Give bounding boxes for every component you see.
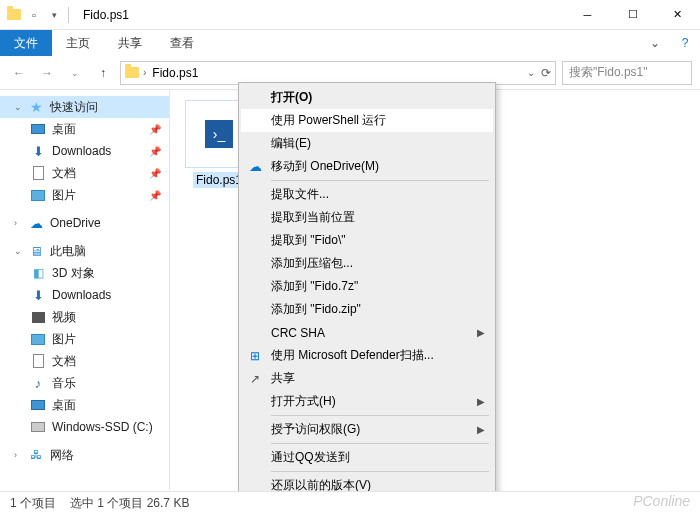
sidebar-3d-objects[interactable]: ◧3D 对象 [0,262,169,284]
separator [271,180,489,181]
cm-grant-access[interactable]: 授予访问权限(G)▶ [241,418,493,441]
sidebar-desktop[interactable]: 桌面📌 [0,118,169,140]
cm-extract-here[interactable]: 提取到当前位置 [241,206,493,229]
chevron-right-icon[interactable]: › [143,67,146,78]
cm-add-7z[interactable]: 添加到 "Fido.7z" [241,275,493,298]
pin-icon: 📌 [149,124,161,135]
refresh-icon[interactable]: ⟳ [541,66,551,80]
window-title: Fido.ps1 [83,8,129,22]
help-icon[interactable]: ? [670,30,700,56]
tab-share[interactable]: 共享 [104,30,156,56]
chevron-down-icon[interactable]: ⌄ [527,67,535,78]
search-input[interactable]: 搜索"Fido.ps1" [562,61,692,85]
sidebar-documents[interactable]: 文档📌 [0,162,169,184]
address-box[interactable]: › Fido.ps1 ⌄ ⟳ [120,61,556,85]
cm-move-onedrive[interactable]: ☁移动到 OneDrive(M) [241,155,493,178]
powershell-icon: ›_ [205,120,233,148]
titlebar: ▫ ▾ Fido.ps1 ─ ☐ ✕ [0,0,700,30]
pin-icon: 📌 [149,190,161,201]
chevron-right-icon: ▶ [477,424,485,435]
ribbon-expand-icon[interactable]: ⌄ [640,30,670,56]
cm-open[interactable]: 打开(O) [241,86,493,109]
picture-icon [30,187,46,203]
onedrive-icon: ☁ [28,215,44,231]
close-button[interactable]: ✕ [655,0,700,30]
context-menu: 打开(O) 使用 PowerShell 运行 编辑(E) ☁移动到 OneDri… [238,82,496,515]
desktop-icon [30,121,46,137]
network-icon: 🖧 [28,447,44,463]
sidebar-documents-pc[interactable]: 文档 [0,350,169,372]
folder-icon [6,7,22,23]
breadcrumb[interactable]: Fido.ps1 [150,66,200,80]
forward-button[interactable]: → [36,62,58,84]
cm-add-zip[interactable]: 添加到 "Fido.zip" [241,298,493,321]
star-icon: ★ [28,99,44,115]
picture-icon [30,331,46,347]
up-button[interactable]: ↑ [92,62,114,84]
drive-icon [30,419,46,435]
onedrive-icon: ☁ [247,159,263,175]
sidebar-drive-c[interactable]: Windows-SSD (C:) [0,416,169,438]
sidebar: ⌄★快速访问 桌面📌 ⬇Downloads📌 文档📌 图片📌 ›☁OneDriv… [0,90,170,490]
maximize-button[interactable]: ☐ [610,0,655,30]
cm-defender-scan[interactable]: ⊞使用 Microsoft Defender扫描... [241,344,493,367]
cm-run-powershell[interactable]: 使用 PowerShell 运行 [241,109,493,132]
minimize-button[interactable]: ─ [565,0,610,30]
shield-icon: ⊞ [247,348,263,364]
recent-dropdown[interactable]: ⌄ [64,62,86,84]
desktop-icon [30,397,46,413]
cm-open-with[interactable]: 打开方式(H)▶ [241,390,493,413]
tab-view[interactable]: 查看 [156,30,208,56]
status-item-count: 1 个项目 [10,495,56,512]
separator [271,415,489,416]
music-icon: ♪ [30,375,46,391]
pin-icon: 📌 [149,168,161,179]
pc-icon: 🖥 [28,243,44,259]
sidebar-videos[interactable]: 视频 [0,306,169,328]
sidebar-this-pc[interactable]: ⌄🖥此电脑 [0,240,169,262]
video-icon [30,309,46,325]
cm-crc-sha[interactable]: CRC SHA▶ [241,321,493,344]
back-button[interactable]: ← [8,62,30,84]
sidebar-pictures-pc[interactable]: 图片 [0,328,169,350]
separator [271,443,489,444]
sidebar-downloads-pc[interactable]: ⬇Downloads [0,284,169,306]
sidebar-pictures[interactable]: 图片📌 [0,184,169,206]
sidebar-downloads[interactable]: ⬇Downloads📌 [0,140,169,162]
separator [271,471,489,472]
folder-icon [125,67,139,78]
properties-icon[interactable]: ▫ [26,7,42,23]
pin-icon: 📌 [149,146,161,157]
document-icon [30,353,46,369]
chevron-right-icon: ▶ [477,396,485,407]
status-bar: 1 个项目 选中 1 个项目 26.7 KB [0,491,700,515]
download-icon: ⬇ [30,287,46,303]
cm-extract-files[interactable]: 提取文件... [241,183,493,206]
document-icon [30,165,46,181]
status-selection: 选中 1 个项目 26.7 KB [70,495,189,512]
sidebar-network[interactable]: ›🖧网络 [0,444,169,466]
dropdown-icon[interactable]: ▾ [46,7,62,23]
sidebar-quick-access[interactable]: ⌄★快速访问 [0,96,169,118]
cm-extract-to[interactable]: 提取到 "Fido\" [241,229,493,252]
tab-home[interactable]: 主页 [52,30,104,56]
ribbon: 文件 主页 共享 查看 ⌄ ? [0,30,700,56]
cm-edit[interactable]: 编辑(E) [241,132,493,155]
cube-icon: ◧ [30,265,46,281]
tab-file[interactable]: 文件 [0,30,52,56]
cm-send-qq[interactable]: 通过QQ发送到 [241,446,493,469]
share-icon: ↗ [247,371,263,387]
sidebar-desktop-pc[interactable]: 桌面 [0,394,169,416]
sidebar-music[interactable]: ♪音乐 [0,372,169,394]
download-icon: ⬇ [30,143,46,159]
cm-share[interactable]: ↗共享 [241,367,493,390]
cm-add-archive[interactable]: 添加到压缩包... [241,252,493,275]
sidebar-onedrive[interactable]: ›☁OneDrive [0,212,169,234]
chevron-right-icon: ▶ [477,327,485,338]
